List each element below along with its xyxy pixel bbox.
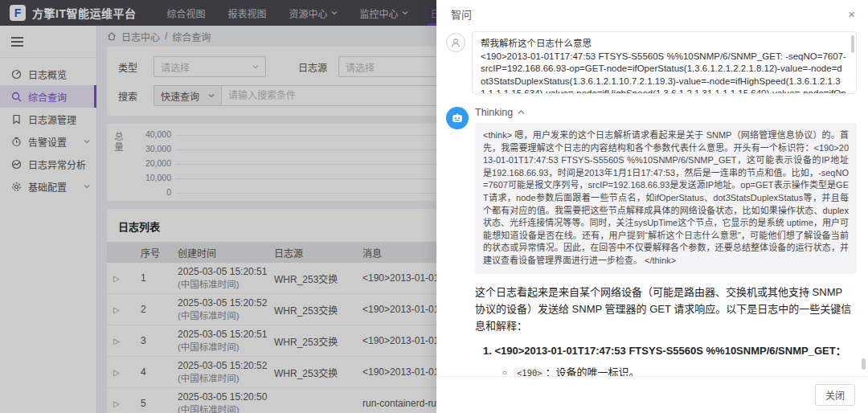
drawer-mask[interactable] (0, 0, 436, 413)
answer-bullet-list: <190>：设备的唯一标识。 2013-01-01T17:47:53：时间戳，表… (475, 364, 852, 377)
close-icon[interactable]: × (848, 8, 855, 20)
thinking-label: Thinking (475, 107, 513, 118)
chevron-up-icon[interactable] (518, 107, 525, 118)
answer-intro: 这个日志看起来是来自某个网络设备（可能是路由器、交换机或其他支持 SNMP 协议… (475, 284, 852, 334)
user-avatar-icon (446, 33, 465, 52)
user-question-log: <190>2013-01-01T17:47:53 FTSYS-S5560S %%… (481, 51, 846, 95)
chat-message-area[interactable]: 帮我解析这个日志什么意思 <190>2013-01-01T17:47:53 FT… (436, 25, 868, 377)
user-question-box[interactable]: 帮我解析这个日志什么意思 <190>2013-01-01T17:47:53 FT… (472, 31, 857, 94)
close-drawer-button[interactable]: 关闭 (815, 384, 855, 406)
list-item: <190>：设备的唯一标识。 (502, 364, 852, 377)
assistant-message: Thinking <think> 嗯，用户发来的这个日志解析请求看起来是关于 S… (446, 105, 857, 377)
user-question-text: 帮我解析这个日志什么意思 (481, 38, 846, 51)
inline-code: <190> (514, 368, 546, 377)
app-root: F 方擎IT智能运维平台 综合视图 报表视图 资源中心 监控中心 日志中心 运维… (0, 0, 868, 413)
robot-avatar-icon (446, 107, 469, 129)
answer-item-1: 1. <190>2013-01-01T17:47:53 FTSYS-S5560S… (475, 342, 852, 359)
thinking-content: <think> 嗯，用户发来的这个日志解析请求看起来是关于 SNMP（网络管理信… (475, 123, 857, 274)
answer-content: 这个日志看起来是来自某个网络设备（可能是路由器、交换机或其他支持 SNMP 协议… (475, 284, 857, 377)
scrollbar-thumb[interactable] (851, 35, 854, 53)
ai-chat-drawer: 智问 × 帮我解析这个日志什么意思 <190>2013-01-01T17:47:… (436, 0, 868, 413)
drawer-footer: 关闭 (436, 377, 868, 413)
user-message: 帮我解析这个日志什么意思 <190>2013-01-01T17:47:53 FT… (446, 31, 857, 94)
drawer-title: 智问 (451, 6, 472, 22)
scrollbar-thumb[interactable] (862, 358, 866, 370)
